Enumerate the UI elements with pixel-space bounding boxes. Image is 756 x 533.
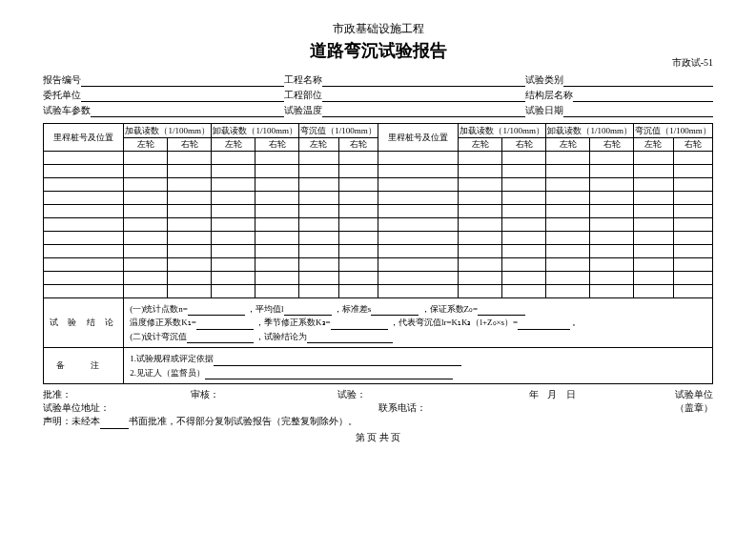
conclusion-text: ，季节修正系数K₃=: [255, 318, 331, 327]
conclusion-text: ，试验结论为: [255, 332, 307, 341]
blank-field[interactable]: [188, 305, 245, 316]
table-row: [44, 165, 713, 178]
month-label: 月: [547, 390, 557, 400]
th-unload: 卸载读数（1/100mm）: [212, 124, 299, 138]
blank-field[interactable]: [478, 305, 525, 316]
th-right: 右轮: [255, 138, 299, 152]
th-left: 左轮: [459, 138, 502, 152]
meta-row-1: 报告编号 工程名称 试验类别: [43, 73, 713, 87]
th-deflection: 弯沉值（1/100mm）: [299, 124, 378, 138]
blank-field[interactable]: [322, 90, 525, 102]
blank-field[interactable]: [81, 90, 284, 102]
disclaimer-b: 书面批准，不得部分复制试验报告（完整复制除外）。: [129, 417, 358, 426]
test-label: 试验：: [337, 390, 366, 400]
conclusion-row: 试 验 结 论 (一)统计点数n= ，平均值l ，标准差s ，保证系数Z₀= 温…: [44, 298, 713, 348]
conclusion-label: 试 验 结 论: [44, 298, 124, 348]
conclusion-text: ，代表弯沉值lr=K₁K₃（l+Z₀×s）=: [390, 318, 518, 327]
meta-label: 工程部位: [284, 89, 322, 102]
th-right: 右轮: [590, 138, 634, 152]
th-deflection: 弯沉值（1/100mm）: [634, 124, 713, 138]
table-row: [44, 245, 713, 258]
th-left: 左轮: [634, 138, 673, 152]
meta-label: 试验车参数: [43, 104, 91, 117]
th-load: 加载读数（1/100mm）: [124, 124, 212, 138]
th-right: 右轮: [338, 138, 378, 152]
blank-field[interactable]: [563, 74, 713, 87]
th-right: 右轮: [168, 138, 212, 152]
table-row: [44, 232, 713, 245]
conclusion-text: ，标准差s: [334, 304, 372, 314]
review-label: 审核：: [191, 390, 219, 400]
blank-field[interactable]: [331, 319, 388, 330]
meta-label: 工程名称: [284, 73, 322, 87]
approve-label: 批准：: [43, 390, 72, 400]
th-left: 左轮: [299, 138, 338, 152]
th-unload: 卸载读数（1/100mm）: [546, 124, 634, 138]
table-row: [44, 205, 713, 218]
remarks-text: 1.试验规程或评定依据: [130, 354, 214, 363]
addr-label: 试验单位地址：: [43, 403, 110, 413]
th-left: 左轮: [124, 138, 168, 152]
conclusion-text: 。: [572, 318, 581, 327]
blank-field[interactable]: [371, 305, 419, 316]
blank-field[interactable]: [81, 74, 284, 87]
table-row: [44, 258, 713, 272]
remarks-row: 备 注 1.试验规程或评定依据 2.见证人（监督员）: [44, 348, 713, 384]
th-right: 右轮: [673, 138, 713, 152]
data-table: 里程桩号及位置 加载读数（1/100mm） 卸载读数（1/100mm） 弯沉值（…: [43, 123, 713, 384]
blank-field[interactable]: [284, 305, 332, 316]
year-label: 年: [529, 390, 539, 400]
table-row: [44, 272, 713, 285]
conclusion-text: 温度修正系数K₁=: [130, 318, 196, 327]
blank-field[interactable]: [196, 319, 254, 330]
blank-field[interactable]: [214, 356, 461, 366]
th-right: 右轮: [502, 138, 546, 152]
blank-field[interactable]: [100, 419, 129, 429]
blank-field[interactable]: [563, 105, 713, 117]
table-row: [44, 152, 713, 165]
blank-field[interactable]: [205, 369, 453, 379]
day-label: 日: [566, 390, 576, 400]
blank-field[interactable]: [573, 90, 713, 102]
blank-field[interactable]: [518, 319, 570, 330]
meta-row-2: 委托单位 工程部位 结构层名称: [43, 89, 713, 102]
phone-label: 联系电话：: [378, 403, 426, 413]
remarks-cell: 1.试验规程或评定依据 2.见证人（监督员）: [124, 348, 713, 384]
blank-field[interactable]: [307, 333, 393, 343]
blank-field[interactable]: [187, 333, 254, 343]
disclaimer-a: 声明：未经本: [43, 417, 100, 426]
remarks-label: 备 注: [44, 348, 124, 384]
remarks-text: 2.见证人（监督员）: [130, 368, 205, 378]
unit-label: 试验单位: [675, 390, 713, 400]
th-load: 加载读数（1/100mm）: [459, 124, 546, 138]
table-row: [44, 218, 713, 232]
conclusion-text: ，保证系数Z₀=: [421, 304, 479, 314]
meta-row-3: 试验车参数 试验温度 试验日期: [43, 104, 713, 117]
blank-field[interactable]: [91, 105, 284, 117]
table-row: [44, 285, 713, 298]
blank-field[interactable]: [322, 105, 525, 117]
conclusion-cell: (一)统计点数n= ，平均值l ，标准差s ，保证系数Z₀= 温度修正系数K₁=…: [124, 298, 713, 348]
th-left: 左轮: [546, 138, 590, 152]
meta-label: 结构层名称: [525, 89, 573, 102]
conclusion-text: (一)统计点数n=: [130, 304, 188, 314]
subtitle: 市政基础设施工程: [43, 21, 713, 37]
meta-label: 委托单位: [43, 89, 81, 102]
conclusion-text: ，平均值l: [247, 304, 284, 314]
pager: 第 页 共 页: [43, 431, 713, 444]
seal-label: （盖章）: [675, 403, 713, 413]
meta-label: 试验日期: [525, 104, 563, 117]
th-station: 里程桩号及位置: [44, 124, 124, 152]
footer: 批准： 审核： 试验： 年 月 日 试验单位 试验单位地址： 联系电话： （盖章…: [43, 388, 713, 429]
meta-label: 试验温度: [284, 104, 322, 117]
th-left: 左轮: [212, 138, 255, 152]
table-row: [44, 178, 713, 192]
meta-label: 试验类别: [525, 73, 563, 87]
blank-field[interactable]: [322, 74, 525, 87]
conclusion-text: (二)设计弯沉值: [130, 332, 187, 341]
th-station: 里程桩号及位置: [378, 124, 458, 152]
meta-label: 报告编号: [43, 73, 81, 87]
table-row: [44, 192, 713, 205]
